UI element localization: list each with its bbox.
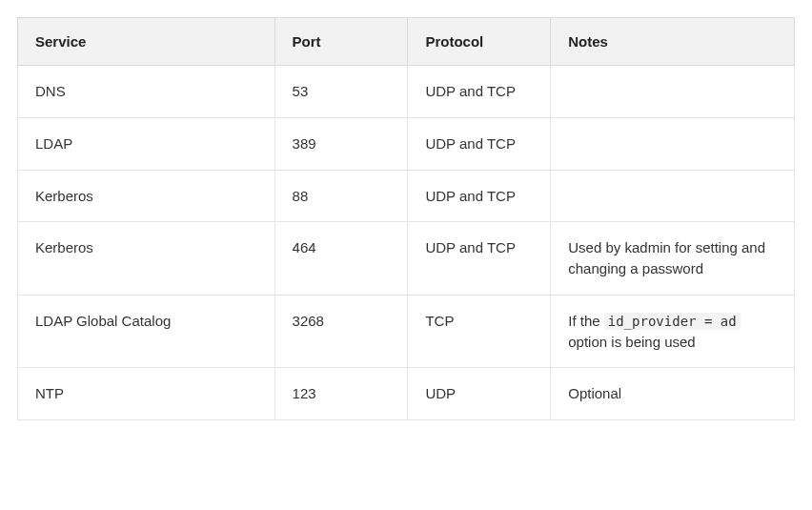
header-port: Port [274,18,408,66]
cell-service: DNS [18,66,275,118]
cell-notes: If the id_provider = ad option is being … [551,295,795,368]
cell-port: 123 [274,368,408,420]
header-service: Service [18,18,275,66]
cell-service: LDAP Global Catalog [18,295,275,368]
notes-text-pre: If the [568,313,604,329]
cell-port: 3268 [274,295,408,368]
ports-table: Service Port Protocol Notes DNS 53 UDP a… [17,17,795,420]
table-row: DNS 53 UDP and TCP [18,66,795,118]
table-row: Kerberos 88 UDP and TCP [18,170,795,222]
notes-text-post: option is being used [568,334,695,350]
cell-service: LDAP [18,117,275,170]
header-notes: Notes [551,18,795,66]
cell-notes [551,66,795,118]
cell-port: 88 [274,170,408,222]
cell-service: Kerberos [18,222,275,296]
cell-notes [551,170,795,222]
cell-port: 464 [274,222,408,296]
table-row: LDAP 389 UDP and TCP [18,117,795,170]
cell-service: NTP [18,368,275,420]
cell-notes: Optional [551,368,795,420]
cell-port: 53 [274,66,408,118]
cell-protocol: UDP [408,368,551,420]
table-header-row: Service Port Protocol Notes [18,18,795,66]
table-row: NTP 123 UDP Optional [18,368,795,420]
table-row: LDAP Global Catalog 3268 TCP If the id_p… [18,295,795,368]
notes-code: id_provider = ad [604,313,741,330]
cell-protocol: UDP and TCP [408,66,551,118]
cell-protocol: UDP and TCP [408,117,551,170]
header-protocol: Protocol [408,18,551,66]
cell-port: 389 [274,117,408,170]
cell-protocol: TCP [408,295,551,368]
cell-notes: Used by kadmin for setting and changing … [551,222,795,296]
cell-service: Kerberos [18,170,275,222]
table-row: Kerberos 464 UDP and TCP Used by kadmin … [18,222,795,296]
cell-protocol: UDP and TCP [408,170,551,222]
cell-protocol: UDP and TCP [408,222,551,296]
cell-notes [551,117,795,170]
